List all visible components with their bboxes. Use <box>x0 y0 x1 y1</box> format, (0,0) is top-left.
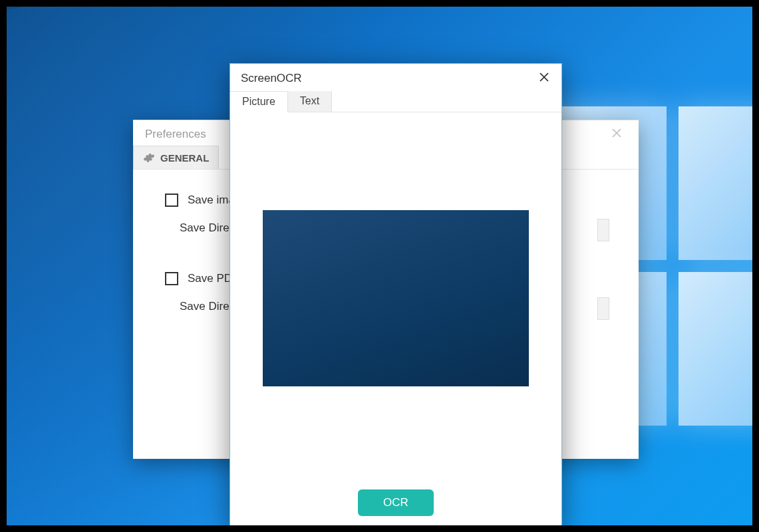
close-icon <box>611 127 623 139</box>
desktop-background: Preferences GENERAL Save ima Save Direct <box>7 7 752 525</box>
tab-picture[interactable]: Picture <box>230 91 288 112</box>
save-image-checkbox[interactable] <box>165 194 178 207</box>
ocr-button[interactable]: OCR <box>358 489 434 516</box>
screenocr-titlebar: ScreenOCR <box>230 64 561 91</box>
screenocr-tabs: Picture Text <box>230 91 561 112</box>
tab-text[interactable]: Text <box>288 91 332 112</box>
save-image-label: Save ima <box>188 194 235 207</box>
screenocr-window: ScreenOCR Picture Text OCR <box>229 63 562 525</box>
screenocr-content <box>230 112 561 484</box>
tab-text-label: Text <box>300 95 319 106</box>
close-icon <box>539 72 549 82</box>
ocr-button-label: OCR <box>383 496 408 509</box>
captured-image-preview <box>263 210 529 386</box>
tab-general-label: GENERAL <box>160 152 209 164</box>
save-pdf-checkbox[interactable] <box>165 272 178 285</box>
screenocr-title: ScreenOCR <box>241 72 302 85</box>
browse-button-2[interactable] <box>597 297 609 320</box>
screenocr-footer: OCR <box>230 484 561 525</box>
browse-button-1[interactable] <box>597 219 609 241</box>
tab-picture-label: Picture <box>242 96 275 107</box>
gear-icon <box>143 152 155 164</box>
screenocr-close-button[interactable] <box>533 69 555 87</box>
preferences-title: Preferences <box>145 128 206 141</box>
save-pdf-label: Save PD <box>188 272 232 285</box>
preferences-close-button[interactable] <box>607 127 627 142</box>
tab-general[interactable]: GENERAL <box>133 146 219 169</box>
